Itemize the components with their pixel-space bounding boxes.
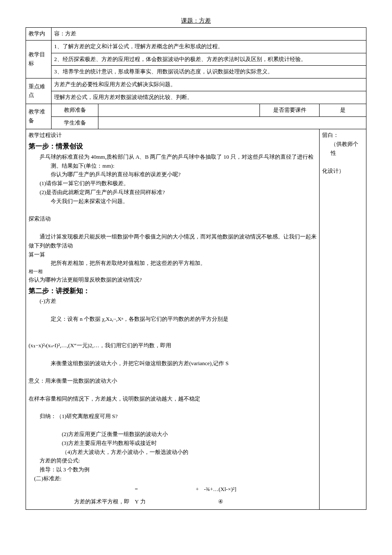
prep-student-value bbox=[98, 116, 366, 129]
value-content: 容：方差 bbox=[52, 28, 366, 41]
s1-c: 今天我们一起来探索这个问题。 bbox=[29, 197, 317, 206]
step1-head: 第一步：情景创设 bbox=[29, 141, 317, 152]
formula-eq: = bbox=[132, 483, 173, 496]
explore-head: 探索活动 bbox=[29, 215, 317, 224]
row-focus-1: 重点难 点 方差产生的必要性和应用方差公式解决实际问题。 bbox=[26, 78, 366, 91]
label-goals: 教学目 标 bbox=[26, 40, 52, 78]
label-content: 教学内 bbox=[26, 28, 52, 41]
s2-sum3: (3)方差主要应用在平均数相等或接近时 bbox=[29, 439, 317, 448]
page-title: 课题：方差 bbox=[26, 17, 366, 25]
row-body: 教学过程设计 第一步：情景创设 乒乓球的标准直径为 40mm,质检部门从 A、B… bbox=[26, 129, 366, 510]
s2-sub2: (二)标准差: bbox=[29, 474, 317, 483]
lesson-plan-table: 教学内 容：方差 教学目 标 1、了解方差的定义和计算公式，理解方差概念的产生和… bbox=[26, 27, 366, 510]
margin-note: 留白： （供教师个性 化设计） bbox=[320, 129, 366, 510]
s2-sub1: (-)方差 bbox=[29, 297, 317, 306]
row-prep-teacher: 教学准 备 教师准备 是否需要课件 是 bbox=[26, 104, 366, 116]
formula-yli: Y 力 bbox=[132, 496, 173, 508]
s1-a: (1)请你算一算它们的平均数和极差。 bbox=[29, 179, 317, 188]
label-focus: 重点难 点 bbox=[26, 78, 52, 104]
prep-teacher-value bbox=[98, 104, 260, 116]
row-content: 教学内 容：方差 bbox=[26, 28, 366, 41]
formula-table: = + -¾+…(Xl-×)²] 方差的算术平方根，即 Y 力 ④ bbox=[29, 483, 317, 508]
row-goal-2: 2、经历探索极差、方差的应用过程，体会数据波动中的极差、方差的求法时以及区别，积… bbox=[26, 53, 366, 66]
s2-derive: 推导：以 3 个数为例 bbox=[29, 465, 317, 474]
goal-3: 3、培养学生的统计意识，形成尊重事实、用数据说话的态度，认识数据处理的实际意义。 bbox=[52, 66, 366, 78]
focus-2: 理解方差公式，应用方差对数据波动情况的比较、判断。 bbox=[52, 91, 366, 104]
s1-q: 你认为哪厂生产的乒乓球的直径与标准的误差更小呢? bbox=[29, 170, 317, 179]
s2-sum-head: 归纳：（1)研究离散程度可用 S? bbox=[29, 412, 317, 421]
s1-p1: 乒乓球的标准直径为 40mm,质检部门从 A、B 两厂生产的乒乓球中各抽取了 1… bbox=[29, 153, 317, 171]
s2-sum2: (2)方差应用更广泛衡量一组数据的波动大小 bbox=[29, 430, 317, 439]
need-courseware-label: 是否需要课件 bbox=[260, 104, 320, 116]
s2-def: 定义：设有 n 个数据 χ,X₂,··,Xⁿ，各数据与它们的平均数的差的平方分别… bbox=[29, 315, 317, 324]
s2-sum4: （4)方差大波动大，方差小波动小，一般选波动小的 bbox=[29, 448, 317, 457]
calc-p: 把所有差相加，把所有差取绝对值相加，把这些差的平方相加。 bbox=[29, 259, 317, 268]
goal-2: 2、经历探索极差、方差的应用过程，体会数据波动中的极差、方差的求法时以及区别，积… bbox=[52, 53, 366, 66]
focus-1: 方差产生的必要性和应用方差公式解决实际问题。 bbox=[52, 78, 366, 91]
formula-circ: ④ bbox=[202, 496, 317, 508]
formula-tail: -¾+…(Xl-×)²] bbox=[202, 483, 317, 496]
label-prep: 教学准 备 bbox=[26, 104, 52, 129]
explore-p: 通过计算发现极差只能反映一组数据中两个极值之间的大小情况，而对其他数据的波动情况… bbox=[29, 232, 317, 250]
s2-meaning: 意义：用来衡量一批数据的波动大小 bbox=[29, 377, 317, 386]
s2-sample: 在样本容量相同的情况下，方差越大，说明数据的波动越大，越不稳定 bbox=[29, 395, 317, 404]
need-courseware-value: 是 bbox=[320, 104, 366, 116]
row-goal-1: 教学目 标 1、了解方差的定义和计算公式，理解方差概念的产生和形成的过程。 bbox=[26, 40, 366, 53]
calc-head: 算一算 bbox=[29, 250, 317, 259]
row-goal-3: 3、培养学生的统计意识，形成尊重事实、用数据说话的态度，认识数据处理的实际意义。 bbox=[26, 66, 366, 78]
prep-teacher-label: 教师准备 bbox=[52, 104, 98, 116]
goal-1: 1、了解方差的定义和计算公式，理解方差概念的产生和形成的过程。 bbox=[52, 40, 366, 53]
row-focus-2: 理解方差公式，应用方差对数据波动情况的比较、判断。 bbox=[26, 91, 366, 104]
s2-simple: 方差的简便公式: bbox=[29, 456, 317, 465]
s1-b: (2)是否由此就断定两厂生产的乒乓球直径同样标准? bbox=[29, 188, 317, 197]
think-q: 你认为哪种方法更能明显反映数据的波动情况? bbox=[29, 276, 317, 285]
prep-student-label: 学生准备 bbox=[52, 116, 98, 129]
formula-plus: + bbox=[173, 483, 202, 496]
design-label: 教学过程设计 bbox=[29, 131, 317, 140]
formula-desc: 方差的算术平方根，即 bbox=[29, 496, 132, 508]
row-prep-student: 学生准备 bbox=[26, 116, 366, 129]
body-cell: 教学过程设计 第一步：情景创设 乒乓球的标准直径为 40mm,质检部门从 A、B… bbox=[26, 129, 320, 510]
think-head: 相一相 bbox=[29, 268, 317, 276]
s2-measure: 来衡量这组数据的波动大小，并把它叫做这组数据的方差(variance),记作 S bbox=[29, 359, 317, 368]
s2-formula-line: (x₁−x)²ᵣ(xᵤ-I)²,…,(X“一元)2,…，我们用它们的平均数，即用 bbox=[29, 341, 317, 350]
step2-head: 第二步：讲授新知： bbox=[29, 285, 317, 296]
